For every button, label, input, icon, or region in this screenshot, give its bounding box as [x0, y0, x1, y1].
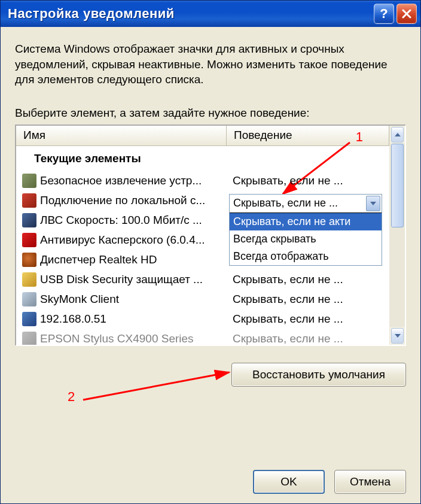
dialog-footer: OK Отмена [15, 446, 406, 494]
behavior-dropdown[interactable]: Скрывать, если не ... Скрывать, если не … [229, 194, 382, 266]
item-name: Антивирус Касперского (6.0.4... [40, 233, 227, 247]
scrollbar-thumb[interactable] [391, 144, 404, 227]
ok-button[interactable]: OK [253, 470, 325, 494]
dropdown-arrow-button[interactable] [366, 196, 380, 211]
annotation-arrow-2 [81, 363, 236, 405]
close-button[interactable] [396, 4, 417, 24]
chevron-up-icon [395, 133, 401, 136]
dialog-content: Система Windows отображает значки для ак… [1, 27, 420, 503]
item-name: ЛВС Скорость: 100.0 Мбит/с ... [40, 214, 227, 227]
epson-printer-icon [22, 332, 36, 345]
item-name: Подключение по локальной с... [40, 194, 227, 207]
dropdown-option[interactable]: Всегда скрывать [230, 230, 382, 248]
column-header-behavior[interactable]: Поведение [227, 126, 389, 145]
safely-remove-icon [22, 174, 36, 188]
list-rows: Текущие элементы Безопасное извлечение у… [16, 146, 389, 345]
cancel-button[interactable]: Отмена [334, 470, 406, 494]
scrollbar-track[interactable] [390, 144, 405, 327]
item-name: SkyMonk Client [40, 293, 227, 306]
item-name: USB Disk Security защищает ... [40, 273, 227, 286]
annotation-2-label: 2 [68, 389, 75, 405]
list-item[interactable]: Безопасное извлечение устр... Скрывать, … [16, 171, 389, 191]
scroll-down-button[interactable] [391, 328, 404, 344]
notification-list: Имя Поведение 1 Текущие элементы Безопас… [15, 125, 406, 346]
chevron-down-icon [370, 202, 376, 205]
dropdown-option[interactable]: Всегда отображать [230, 248, 382, 265]
help-button[interactable]: ? [374, 4, 394, 24]
dropdown-list: Скрывать, если не акти Всегда скрывать В… [230, 212, 382, 265]
window-title: Настройка уведомлений [8, 6, 371, 22]
skymonk-icon [22, 292, 36, 306]
description-text: Система Windows отображает значки для ак… [15, 41, 406, 87]
vertical-scrollbar[interactable] [389, 126, 405, 345]
lan-speed-icon [22, 213, 36, 227]
item-behavior[interactable]: Скрывать, если не ... [227, 312, 389, 326]
section-current-label: Текущие элементы [16, 146, 389, 171]
item-name: EPSON Stylus CX4900 Series [40, 332, 227, 345]
lan-connection-icon [22, 193, 36, 208]
list-item[interactable]: 192.168.0.51 Скрывать, если не ... [16, 309, 389, 329]
dropdown-option[interactable]: Скрывать, если не акти [230, 213, 382, 230]
realtek-hd-icon [22, 253, 36, 267]
usb-security-icon [22, 272, 36, 287]
item-behavior[interactable]: Скрывать, если не ... [227, 273, 389, 286]
network-pc-icon [22, 312, 36, 326]
list-item[interactable]: EPSON Stylus CX4900 Series Скрывать, есл… [16, 329, 389, 345]
item-name: 192.168.0.51 [40, 312, 227, 326]
dropdown-selected-text: Скрывать, если не ... [233, 197, 338, 210]
instruction-text: Выберите элемент, а затем задайте нужное… [15, 107, 406, 120]
list-columns: Имя Поведение 1 Текущие элементы Безопас… [16, 126, 389, 345]
item-behavior[interactable]: Скрывать, если не ... [227, 332, 389, 345]
annotation-1-label: 1 [356, 129, 363, 145]
list-item[interactable]: SkyMonk Client Скрывать, если не ... [16, 290, 389, 309]
column-headers: Имя Поведение 1 [16, 126, 389, 146]
scroll-up-button[interactable] [391, 127, 404, 142]
title-bar: Настройка уведомлений ? [1, 1, 420, 27]
item-behavior[interactable]: Скрывать, если не ... [227, 174, 389, 187]
chevron-down-icon [395, 334, 401, 338]
item-name: Диспетчер Realtek HD [40, 253, 227, 266]
kaspersky-icon [22, 233, 36, 247]
close-icon [402, 9, 411, 19]
column-header-name[interactable]: Имя [16, 126, 227, 145]
dialog-window: Настройка уведомлений ? Система Windows … [0, 0, 421, 504]
item-behavior[interactable]: Скрывать, если не ... [227, 293, 389, 306]
list-item[interactable]: USB Disk Security защищает ... Скрывать,… [16, 270, 389, 290]
svg-line-1 [83, 372, 229, 400]
restore-defaults-button[interactable]: Восстановить умолчания [231, 363, 406, 387]
item-name: Безопасное извлечение устр... [40, 174, 227, 187]
dropdown-selected[interactable]: Скрывать, если не ... [230, 195, 382, 212]
restore-row: Восстановить умолчания 2 [15, 363, 406, 389]
